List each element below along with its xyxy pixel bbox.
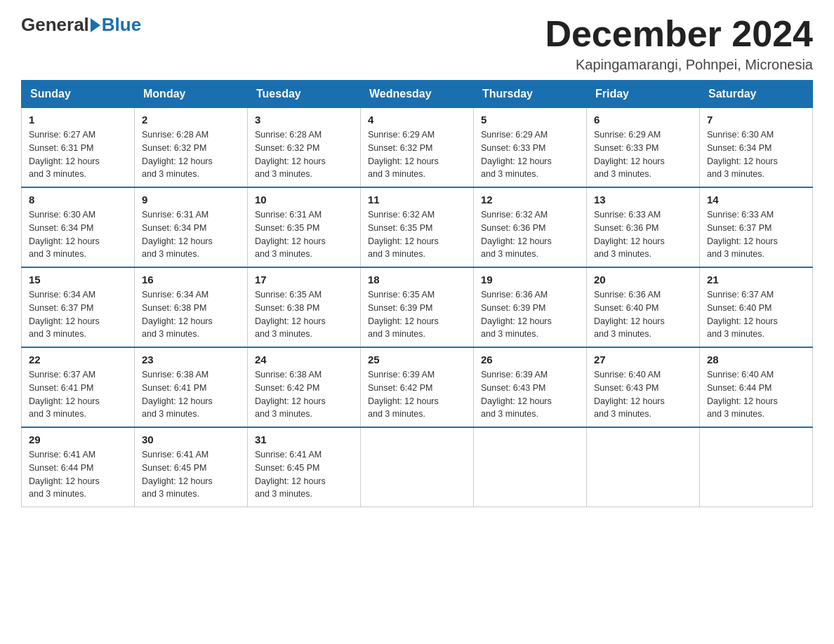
day-info: Sunrise: 6:29 AMSunset: 6:33 PMDaylight:…: [594, 128, 692, 181]
day-number: 19: [481, 274, 579, 286]
day-number: 28: [707, 354, 805, 365]
logo-arrow-icon: [91, 18, 100, 32]
calendar-cell: 2Sunrise: 6:28 AMSunset: 6:32 PMDaylight…: [135, 108, 248, 188]
calendar-header-monday: Monday: [135, 81, 248, 108]
page-header: General Blue December 2024 Kapingamarang…: [21, 14, 813, 73]
calendar-cell: 9Sunrise: 6:31 AMSunset: 6:34 PMDaylight…: [135, 187, 248, 267]
day-number: 5: [481, 114, 579, 126]
calendar-cell: 29Sunrise: 6:41 AMSunset: 6:44 PMDayligh…: [22, 427, 135, 507]
day-number: 1: [29, 114, 127, 126]
day-info: Sunrise: 6:38 AMSunset: 6:42 PMDaylight:…: [255, 368, 353, 421]
calendar-cell: 22Sunrise: 6:37 AMSunset: 6:41 PMDayligh…: [22, 347, 135, 427]
calendar-cell: 23Sunrise: 6:38 AMSunset: 6:41 PMDayligh…: [135, 347, 248, 427]
day-info: Sunrise: 6:31 AMSunset: 6:35 PMDaylight:…: [255, 208, 353, 261]
day-number: 10: [255, 194, 353, 206]
logo-general: General: [21, 14, 89, 36]
calendar-cell: 12Sunrise: 6:32 AMSunset: 6:36 PMDayligh…: [474, 187, 587, 267]
calendar-cell: 7Sunrise: 6:30 AMSunset: 6:34 PMDaylight…: [700, 108, 813, 188]
day-info: Sunrise: 6:39 AMSunset: 6:42 PMDaylight:…: [368, 368, 466, 421]
day-number: 20: [594, 274, 692, 286]
day-number: 17: [255, 274, 353, 286]
day-number: 14: [707, 194, 805, 206]
calendar-header-thursday: Thursday: [474, 81, 587, 108]
calendar-cell: [361, 427, 474, 507]
calendar-cell: 6Sunrise: 6:29 AMSunset: 6:33 PMDaylight…: [587, 108, 700, 188]
calendar-cell: 24Sunrise: 6:38 AMSunset: 6:42 PMDayligh…: [248, 347, 361, 427]
day-number: 26: [481, 354, 579, 365]
day-number: 25: [368, 354, 466, 365]
calendar-week-row: 1Sunrise: 6:27 AMSunset: 6:31 PMDaylight…: [22, 108, 813, 188]
day-number: 4: [368, 114, 466, 126]
calendar-cell: [700, 427, 813, 507]
day-info: Sunrise: 6:41 AMSunset: 6:44 PMDaylight:…: [29, 448, 127, 501]
day-info: Sunrise: 6:30 AMSunset: 6:34 PMDaylight:…: [707, 128, 805, 181]
day-info: Sunrise: 6:41 AMSunset: 6:45 PMDaylight:…: [142, 448, 240, 501]
day-number: 13: [594, 194, 692, 206]
calendar-cell: 4Sunrise: 6:29 AMSunset: 6:32 PMDaylight…: [361, 108, 474, 188]
day-info: Sunrise: 6:41 AMSunset: 6:45 PMDaylight:…: [255, 448, 353, 501]
location-subtitle: Kapingamarangi, Pohnpei, Micronesia: [545, 57, 813, 73]
calendar-header-friday: Friday: [587, 81, 700, 108]
day-number: 31: [255, 434, 353, 445]
calendar-header-sunday: Sunday: [22, 81, 135, 108]
day-info: Sunrise: 6:37 AMSunset: 6:40 PMDaylight:…: [707, 288, 805, 341]
day-info: Sunrise: 6:35 AMSunset: 6:38 PMDaylight:…: [255, 288, 353, 341]
day-number: 6: [594, 114, 692, 126]
day-number: 27: [594, 354, 692, 365]
calendar-week-row: 22Sunrise: 6:37 AMSunset: 6:41 PMDayligh…: [22, 347, 813, 427]
logo-text: General Blue: [21, 14, 141, 36]
calendar-table: SundayMondayTuesdayWednesdayThursdayFrid…: [21, 80, 813, 507]
day-info: Sunrise: 6:30 AMSunset: 6:34 PMDaylight:…: [29, 208, 127, 261]
day-info: Sunrise: 6:28 AMSunset: 6:32 PMDaylight:…: [142, 128, 240, 181]
day-info: Sunrise: 6:32 AMSunset: 6:35 PMDaylight:…: [368, 208, 466, 261]
day-info: Sunrise: 6:34 AMSunset: 6:38 PMDaylight:…: [142, 288, 240, 341]
day-number: 3: [255, 114, 353, 126]
calendar-cell: 16Sunrise: 6:34 AMSunset: 6:38 PMDayligh…: [135, 267, 248, 347]
day-number: 12: [481, 194, 579, 206]
calendar-cell: 25Sunrise: 6:39 AMSunset: 6:42 PMDayligh…: [361, 347, 474, 427]
day-info: Sunrise: 6:28 AMSunset: 6:32 PMDaylight:…: [255, 128, 353, 181]
day-info: Sunrise: 6:33 AMSunset: 6:36 PMDaylight:…: [594, 208, 692, 261]
calendar-cell: 10Sunrise: 6:31 AMSunset: 6:35 PMDayligh…: [248, 187, 361, 267]
calendar-cell: [587, 427, 700, 507]
calendar-week-row: 29Sunrise: 6:41 AMSunset: 6:44 PMDayligh…: [22, 427, 813, 507]
calendar-cell: 11Sunrise: 6:32 AMSunset: 6:35 PMDayligh…: [361, 187, 474, 267]
month-title: December 2024: [545, 14, 813, 54]
day-number: 22: [29, 354, 127, 365]
day-number: 8: [29, 194, 127, 206]
calendar-cell: 8Sunrise: 6:30 AMSunset: 6:34 PMDaylight…: [22, 187, 135, 267]
calendar-cell: 28Sunrise: 6:40 AMSunset: 6:44 PMDayligh…: [700, 347, 813, 427]
calendar-cell: 5Sunrise: 6:29 AMSunset: 6:33 PMDaylight…: [474, 108, 587, 188]
day-info: Sunrise: 6:36 AMSunset: 6:39 PMDaylight:…: [481, 288, 579, 341]
day-info: Sunrise: 6:29 AMSunset: 6:33 PMDaylight:…: [481, 128, 579, 181]
day-number: 11: [368, 194, 466, 206]
title-section: December 2024 Kapingamarangi, Pohnpei, M…: [545, 14, 813, 73]
calendar-cell: 26Sunrise: 6:39 AMSunset: 6:43 PMDayligh…: [474, 347, 587, 427]
day-info: Sunrise: 6:34 AMSunset: 6:37 PMDaylight:…: [29, 288, 127, 341]
calendar-cell: 3Sunrise: 6:28 AMSunset: 6:32 PMDaylight…: [248, 108, 361, 188]
calendar-cell: 13Sunrise: 6:33 AMSunset: 6:36 PMDayligh…: [587, 187, 700, 267]
calendar-cell: 21Sunrise: 6:37 AMSunset: 6:40 PMDayligh…: [700, 267, 813, 347]
day-info: Sunrise: 6:29 AMSunset: 6:32 PMDaylight:…: [368, 128, 466, 181]
calendar-cell: 31Sunrise: 6:41 AMSunset: 6:45 PMDayligh…: [248, 427, 361, 507]
day-number: 29: [29, 434, 127, 445]
day-info: Sunrise: 6:31 AMSunset: 6:34 PMDaylight:…: [142, 208, 240, 261]
calendar-header-row: SundayMondayTuesdayWednesdayThursdayFrid…: [22, 81, 813, 108]
calendar-cell: 20Sunrise: 6:36 AMSunset: 6:40 PMDayligh…: [587, 267, 700, 347]
calendar-cell: [474, 427, 587, 507]
calendar-cell: 18Sunrise: 6:35 AMSunset: 6:39 PMDayligh…: [361, 267, 474, 347]
calendar-week-row: 8Sunrise: 6:30 AMSunset: 6:34 PMDaylight…: [22, 187, 813, 267]
day-info: Sunrise: 6:38 AMSunset: 6:41 PMDaylight:…: [142, 368, 240, 421]
logo: General Blue: [21, 14, 141, 36]
day-number: 15: [29, 274, 127, 286]
day-number: 2: [142, 114, 240, 126]
day-number: 7: [707, 114, 805, 126]
day-number: 21: [707, 274, 805, 286]
calendar-cell: 1Sunrise: 6:27 AMSunset: 6:31 PMDaylight…: [22, 108, 135, 188]
calendar-header-wednesday: Wednesday: [361, 81, 474, 108]
day-info: Sunrise: 6:36 AMSunset: 6:40 PMDaylight:…: [594, 288, 692, 341]
calendar-cell: 15Sunrise: 6:34 AMSunset: 6:37 PMDayligh…: [22, 267, 135, 347]
day-info: Sunrise: 6:33 AMSunset: 6:37 PMDaylight:…: [707, 208, 805, 261]
calendar-cell: 14Sunrise: 6:33 AMSunset: 6:37 PMDayligh…: [700, 187, 813, 267]
day-info: Sunrise: 6:40 AMSunset: 6:44 PMDaylight:…: [707, 368, 805, 421]
